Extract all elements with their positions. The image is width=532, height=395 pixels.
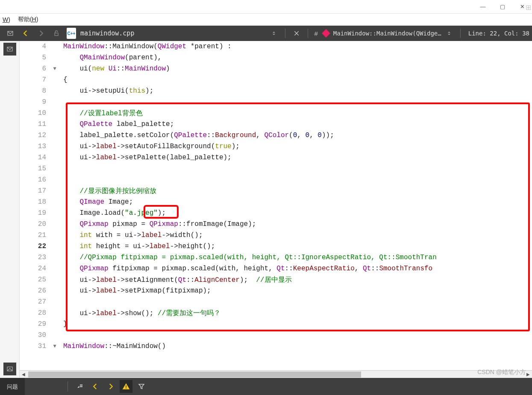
line-number: 5 bbox=[20, 54, 50, 61]
menu-item-help[interactable]: 帮助(H) bbox=[18, 16, 38, 23]
code-line[interactable]: 17 //显示图像并按比例缩放 bbox=[20, 185, 532, 196]
code-line[interactable]: 20 QPixmap pixmap = QPixmap::fromImage(I… bbox=[20, 219, 532, 230]
code-line[interactable]: 18 QImage Image; bbox=[20, 196, 532, 208]
line-number: 21 bbox=[20, 231, 50, 239]
maximize-button[interactable]: ▢ bbox=[493, 0, 512, 14]
code-text[interactable]: //QPixmap fitpixmap = pixmap.scaled(with… bbox=[62, 254, 437, 261]
issues-tab[interactable]: 问题 bbox=[0, 378, 25, 395]
symbol-name-label[interactable]: MainWindow::MainWindow(QWidge… bbox=[333, 30, 441, 37]
code-text[interactable]: //显示图像并按比例缩放 bbox=[62, 187, 156, 196]
code-text[interactable]: label_palette.setColor(QPalette::Backgro… bbox=[62, 132, 334, 139]
close-document-icon[interactable] bbox=[290, 27, 303, 40]
split-view-icon[interactable]: ⊞ bbox=[526, 3, 531, 12]
line-number: 8 bbox=[20, 87, 50, 95]
next-issue-icon[interactable] bbox=[104, 380, 117, 393]
code-line[interactable]: 6▼ ui(new Ui::MainWindow) bbox=[20, 63, 532, 74]
code-text[interactable]: QPixmap pixmap = QPixmap::fromImage(Imag… bbox=[62, 220, 256, 228]
code-line[interactable]: 4MainWindow::MainWindow(QWidget *parent)… bbox=[20, 41, 532, 52]
code-line[interactable]: 27 bbox=[20, 296, 532, 307]
line-number: 9 bbox=[20, 98, 50, 106]
fold-indicator[interactable]: ▼ bbox=[50, 66, 59, 72]
cursor-position-label[interactable]: Line: 22, Col: 38 bbox=[468, 30, 529, 37]
code-line[interactable]: 9 bbox=[20, 97, 532, 108]
scroll-left-icon[interactable]: ◀ bbox=[20, 371, 27, 378]
filter-icon[interactable] bbox=[135, 380, 148, 393]
code-text[interactable]: ui->setupUi(this); bbox=[62, 87, 153, 95]
warning-filter-icon[interactable] bbox=[120, 380, 132, 393]
code-line[interactable]: 5 QMainWindow(parent), bbox=[20, 52, 532, 63]
code-line[interactable]: 11 QPalette label_palette; bbox=[20, 119, 532, 130]
code-text[interactable]: ui->label->setAutoFillBackground(true); bbox=[62, 143, 240, 150]
code-text[interactable]: MainWindow::~MainWindow() bbox=[62, 342, 166, 350]
lock-icon[interactable] bbox=[50, 27, 63, 40]
symbol-hash-icon[interactable]: # bbox=[314, 30, 317, 37]
code-line[interactable]: 25 ui->label->setAlignment(Qt::AlignCent… bbox=[20, 274, 532, 285]
minimize-button[interactable]: — bbox=[473, 0, 493, 14]
code-text[interactable]: QImage Image; bbox=[62, 198, 133, 206]
code-text[interactable]: ui->label->setPixmap(fitpixmap); bbox=[62, 287, 211, 295]
code-text[interactable]: ui->label->show(); //需要加这一句吗？ bbox=[62, 309, 220, 318]
line-number: 14 bbox=[20, 154, 50, 161]
fold-indicator[interactable]: ▼ bbox=[50, 343, 59, 349]
code-line[interactable]: 12 label_palette.setColor(QPalette::Back… bbox=[20, 130, 532, 141]
menu-item-window[interactable]: W) bbox=[3, 16, 10, 23]
code-line[interactable]: 8 ui->setupUi(this); bbox=[20, 85, 532, 97]
code-text[interactable]: ui(new Ui::MainWindow) bbox=[62, 65, 170, 73]
code-line[interactable]: 22 int height = ui->label->height(); bbox=[20, 241, 532, 252]
code-text[interactable]: { bbox=[62, 76, 68, 84]
line-number: 29 bbox=[20, 320, 50, 328]
svg-rect-5 bbox=[80, 386, 82, 387]
code-text[interactable]: int with = ui->label->width(); bbox=[62, 231, 203, 239]
code-text[interactable]: QPixmap fitpixmap = pixmap.scaled(with, … bbox=[62, 265, 432, 272]
line-number: 30 bbox=[20, 331, 50, 339]
outline-toggle-icon[interactable] bbox=[4, 27, 17, 40]
code-line[interactable]: 19 Image.load("a.jpeg"); bbox=[20, 208, 532, 219]
code-text[interactable]: MainWindow::MainWindow(QWidget *parent) … bbox=[62, 43, 232, 50]
code-text[interactable]: int height = ui->label->height(); bbox=[62, 243, 215, 250]
code-line[interactable]: 31▼MainWindow::~MainWindow() bbox=[20, 341, 532, 352]
code-text[interactable]: //设置label背景色 bbox=[62, 109, 143, 118]
code-line[interactable]: 24 QPixmap fitpixmap = pixmap.scaled(wit… bbox=[20, 263, 532, 274]
code-line[interactable]: 15 bbox=[20, 163, 532, 174]
code-text[interactable]: QPalette label_palette; bbox=[62, 120, 174, 128]
code-line[interactable]: 23 //QPixmap fitpixmap = pixmap.scaled(w… bbox=[20, 252, 532, 263]
code-line[interactable]: 21 int with = ui->label->width(); bbox=[20, 230, 532, 241]
code-line[interactable]: 29} bbox=[20, 319, 532, 330]
code-line[interactable]: 7{ bbox=[20, 74, 532, 85]
sidebar-top-button[interactable] bbox=[3, 43, 16, 56]
sidebar-bottom-button[interactable] bbox=[3, 363, 16, 375]
file-name-label: mainwindow.cpp bbox=[80, 29, 134, 37]
code-text[interactable]: QMainWindow(parent), bbox=[62, 54, 162, 61]
prev-issue-icon[interactable] bbox=[89, 380, 102, 393]
code-line[interactable]: 30 bbox=[20, 330, 532, 341]
symbol-type-icon bbox=[322, 29, 330, 38]
code-text[interactable]: ui->label->setAlignment(Qt::AlignCenter)… bbox=[62, 275, 292, 284]
line-number: 18 bbox=[20, 198, 50, 206]
code-line[interactable]: 28 ui->label->show(); //需要加这一句吗？ bbox=[20, 307, 532, 319]
code-text[interactable]: ui->label->setPalette(label_palette); bbox=[62, 154, 232, 161]
clear-issues-icon[interactable] bbox=[73, 380, 86, 393]
line-number: 6 bbox=[20, 65, 50, 73]
symbol-switcher-icon[interactable] bbox=[443, 27, 456, 40]
watermark-text: CSDN @蜡笔小方 bbox=[477, 369, 526, 376]
line-number: 23 bbox=[20, 254, 50, 261]
nav-forward-button[interactable] bbox=[35, 27, 47, 40]
svg-rect-4 bbox=[80, 385, 82, 386]
svg-rect-6 bbox=[126, 386, 126, 388]
line-number: 16 bbox=[20, 176, 50, 184]
code-line[interactable]: 14 ui->label->setPalette(label_palette); bbox=[20, 152, 532, 163]
code-line[interactable]: 10 //设置label背景色 bbox=[20, 108, 532, 119]
menu-bar: W) 帮助(H) bbox=[0, 14, 532, 26]
code-line[interactable]: 26 ui->label->setPixmap(fitpixmap); bbox=[20, 285, 532, 296]
code-line[interactable]: 16 bbox=[20, 174, 532, 185]
file-type-badge: C++ bbox=[67, 28, 76, 39]
code-editor[interactable]: 4MainWindow::MainWindow(QWidget *parent)… bbox=[20, 41, 532, 378]
file-switcher-icon[interactable] bbox=[267, 27, 280, 40]
code-text[interactable]: Image.load("a.jpeg"); bbox=[62, 209, 166, 217]
file-indicator[interactable]: C++ mainwindow.cpp bbox=[67, 28, 134, 39]
code-text[interactable]: } bbox=[62, 320, 68, 328]
editor-toolbar: C++ mainwindow.cpp # MainWindow::MainWin… bbox=[0, 26, 532, 41]
horizontal-scrollbar[interactable]: ◀ ▶ bbox=[20, 370, 532, 378]
code-line[interactable]: 13 ui->label->setAutoFillBackground(true… bbox=[20, 141, 532, 152]
nav-back-button[interactable] bbox=[19, 27, 32, 40]
